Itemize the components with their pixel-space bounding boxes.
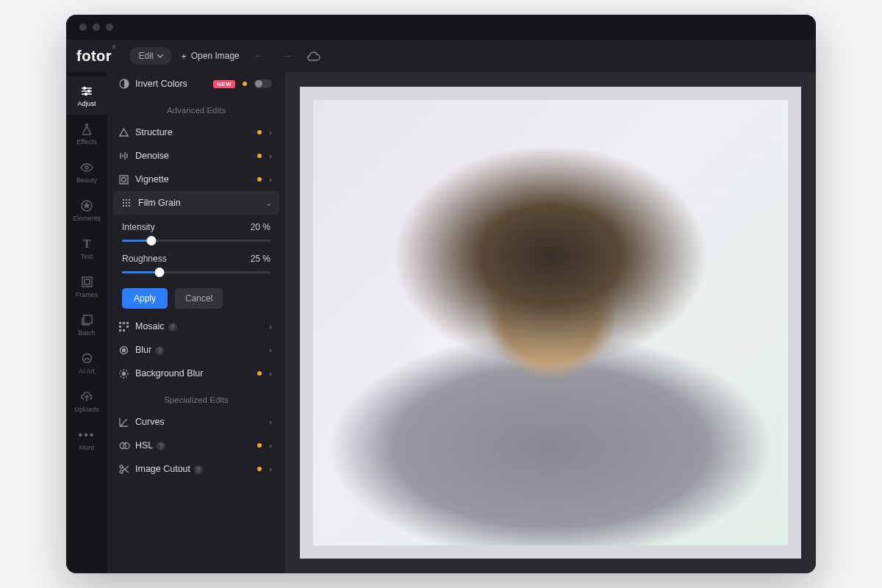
svg-rect-5 [82,277,92,287]
row-label: Curves [135,417,269,427]
slider-roughness: Roughness 25 % [107,246,285,278]
row-label: Vignette [135,174,257,184]
sidebar-label: Text [81,253,93,260]
chevron-right-icon: › [269,441,272,450]
panel-row-invert-colors[interactable]: Invert Colors NEW [107,72,285,96]
row-label: Invert Colors [135,79,213,89]
apply-button[interactable]: Apply [122,288,168,309]
sidebar-item-batch[interactable]: Batch [66,306,107,344]
left-sidebar: Adjust Effects Beauty Elements T Text Fr… [66,72,107,573]
row-label: Structure [135,127,257,137]
cloud-sync-icon[interactable] [307,51,320,61]
sidebar-item-elements[interactable]: Elements [66,191,107,229]
panel-row-denoise[interactable]: Denoise › [107,144,285,168]
cancel-button[interactable]: Cancel [175,288,223,309]
help-icon[interactable]: ? [168,323,177,331]
app-window: fotor® Edit + Open Image ← → Adjust Effe… [66,15,816,573]
svg-point-1 [88,90,90,92]
toggle-switch[interactable] [254,79,272,88]
svg-point-11 [122,177,126,182]
sidebar-label: Adjust [77,100,96,107]
status-dot [243,82,247,86]
curves-icon [119,417,135,427]
status-dot [257,154,262,158]
sidebar-label: Uploads [74,406,98,413]
help-icon[interactable]: ? [157,442,165,451]
slider-thumb[interactable] [154,268,164,277]
sidebar-item-uploads[interactable]: Uploads [66,382,107,420]
svg-point-0 [84,87,86,89]
sidebar-item-frames[interactable]: Frames [66,268,107,306]
window-minimize-icon[interactable] [93,24,100,31]
svg-rect-7 [84,315,92,323]
slider-fill [122,271,159,273]
svg-point-3 [85,166,88,169]
sidebar-item-effects[interactable]: Effects [66,115,107,153]
blur-icon [119,345,135,355]
chevron-right-icon: › [269,151,272,160]
panel-row-structure[interactable]: Structure › [107,121,285,144]
panel-row-film-grain[interactable]: Film Grain ⌄ [113,191,279,215]
sidebar-label: Frames [76,291,98,298]
chevron-right-icon: › [269,417,272,426]
chevron-down-icon: ⌄ [265,198,272,208]
preview-image[interactable] [313,100,788,545]
help-icon[interactable]: ? [155,346,164,355]
edit-dropdown[interactable]: Edit [129,47,172,65]
slider-value: 20 % [251,222,270,232]
row-label: Denoise [135,151,257,161]
slider-intensity: Intensity 20 % [107,215,285,246]
sidebar-label: Batch [78,329,95,337]
panel-row-vignette[interactable]: Vignette › [107,168,285,191]
chevron-right-icon: › [269,128,272,137]
grain-icon [122,198,138,208]
window-close-icon[interactable] [79,24,87,31]
sidebar-item-more[interactable]: ••• More [66,420,107,459]
panel-row-hsl[interactable]: HSL? › [107,434,285,457]
panel-row-background-blur[interactable]: Background Blur › [107,362,285,385]
slider-thumb[interactable] [147,236,157,245]
dots-icon: ••• [79,429,96,442]
svg-rect-21 [119,322,121,324]
eye-icon [80,161,93,174]
row-label: Background Blur [135,368,257,379]
open-image-button[interactable]: + Open Image [181,51,240,62]
svg-point-16 [126,202,127,204]
sidebar-item-adjust[interactable]: Adjust [66,76,107,115]
panel-row-image-cutout[interactable]: Image Cutout? › [107,457,285,481]
help-icon[interactable]: ? [194,465,203,474]
status-dot [257,467,262,471]
sidebar-item-beauty[interactable]: Beauty [66,153,107,191]
sidebar-label: More [79,444,95,451]
nav-forward-button[interactable]: → [278,50,298,62]
open-image-label: Open Image [191,51,240,61]
panel-row-blur[interactable]: Blur? › [107,338,285,362]
nav-back-button[interactable]: ← [248,50,269,62]
edit-label: Edit [138,51,154,61]
stack-icon [82,314,93,327]
new-badge: NEW [213,80,235,88]
canvas-frame [300,87,801,559]
canvas-area [285,72,816,573]
slider-label: Intensity [122,222,155,232]
svg-point-29 [123,348,126,351]
flask-icon [82,123,92,136]
svg-rect-22 [123,322,125,324]
panel-row-mosaic[interactable]: Mosaic? › [107,315,285,338]
svg-point-33 [123,442,129,448]
status-dot [257,130,262,135]
slider-track[interactable] [122,271,270,273]
adjust-panel: Invert Colors NEW Advanced Edits Structu… [107,72,285,573]
chevron-right-icon: › [269,345,272,354]
svg-rect-6 [85,279,90,284]
triangle-icon [119,128,135,137]
sidebar-item-text[interactable]: T Text [66,229,107,268]
sidebar-label: Effects [76,138,96,146]
panel-row-curves[interactable]: Curves › [107,410,285,434]
slider-track[interactable] [122,240,270,242]
svg-point-17 [129,202,130,204]
status-dot [257,177,262,182]
app-logo: fotor® [76,48,116,65]
sidebar-item-ai-art[interactable]: AI Art [66,344,107,382]
window-maximize-icon[interactable] [106,24,113,31]
